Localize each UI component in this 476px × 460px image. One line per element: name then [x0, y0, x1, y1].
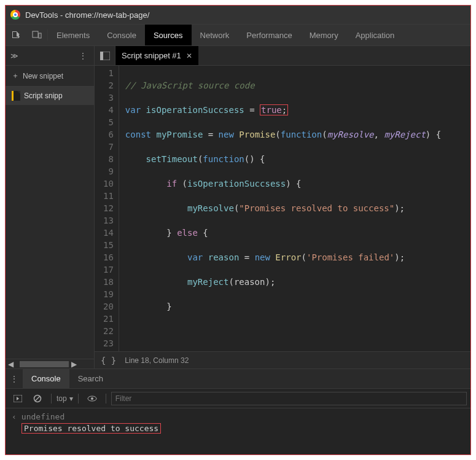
scroll-left-icon[interactable]: ◀	[6, 360, 16, 368]
code-editor[interactable]: 1234567891011121314151617181920212223242…	[95, 66, 470, 351]
tab-elements[interactable]: Elements	[48, 25, 98, 45]
toggle-navigator-icon[interactable]	[95, 46, 115, 65]
scroll-thumb[interactable]	[20, 361, 69, 367]
drawer-more-icon[interactable]: ⋮	[6, 369, 23, 388]
snippets-sidebar: ≫ ⋮ ＋ New snippet Script snipp ◀ ▶	[6, 46, 95, 368]
inspect-icon[interactable]	[6, 25, 26, 45]
window-title: DevTools - chrome://new-tab-page/	[25, 10, 149, 20]
context-selector[interactable]: top ▾	[57, 394, 73, 403]
new-snippet-label: New snippet	[23, 72, 63, 80]
main-tabstrip: Elements Console Sources Network Perform…	[6, 24, 470, 46]
snippet-file-icon	[12, 91, 20, 101]
expand-panes-icon[interactable]: ≫	[10, 52, 18, 60]
plus-icon: ＋	[12, 71, 19, 81]
window-titlebar: DevTools - chrome://new-tab-page/	[6, 6, 470, 24]
close-tab-icon[interactable]: ✕	[186, 52, 192, 60]
snippet-name: Script snipp	[24, 92, 63, 100]
console-output: Promises resolved to success	[21, 423, 161, 434]
cursor-position: Line 18, Column 32	[125, 356, 189, 365]
pretty-print-icon[interactable]: { }	[101, 356, 116, 365]
scroll-right-icon[interactable]: ▶	[69, 360, 79, 368]
more-icon[interactable]: ⋮	[74, 52, 92, 60]
svg-rect-3	[100, 52, 103, 60]
sidebar-toggle-icon[interactable]	[9, 395, 26, 402]
console-log[interactable]: ‹ undefined Promises resolved to success	[6, 408, 470, 437]
editor-tab-label: Script snippet #1	[122, 51, 181, 60]
tab-console[interactable]: Console	[98, 25, 145, 45]
clear-console-icon[interactable]	[29, 394, 46, 403]
svg-point-8	[91, 397, 93, 400]
chevron-down-icon: ▾	[69, 394, 73, 403]
device-toggle-icon[interactable]	[26, 25, 47, 45]
chrome-icon	[10, 10, 20, 20]
svg-line-6	[35, 396, 40, 401]
filter-input[interactable]	[111, 392, 467, 405]
editor-tab[interactable]: Script snippet #1 ✕	[115, 46, 198, 65]
context-label: top	[57, 394, 67, 403]
snippet-item[interactable]: Script snipp	[6, 87, 94, 105]
new-snippet-button[interactable]: ＋ New snippet	[6, 66, 94, 87]
console-drawer: ⋮ Console Search top ▾ ‹	[6, 368, 470, 454]
drawer-tab-console[interactable]: Console	[23, 369, 69, 388]
tab-sources[interactable]: Sources	[145, 25, 192, 45]
console-toolbar: top ▾	[6, 389, 470, 408]
tab-application[interactable]: Application	[347, 25, 404, 45]
svg-rect-1	[39, 33, 41, 38]
live-expression-icon[interactable]	[84, 396, 101, 402]
console-undefined: undefined	[21, 412, 64, 421]
svg-rect-0	[33, 31, 38, 37]
line-gutter: 1234567891011121314151617181920212223242…	[95, 66, 119, 351]
tab-performance[interactable]: Performance	[238, 25, 300, 45]
tab-network[interactable]: Network	[192, 25, 238, 45]
input-caret-icon: ‹	[12, 412, 17, 421]
drawer-tab-search[interactable]: Search	[69, 369, 112, 388]
sidebar-scrollbar[interactable]: ◀ ▶	[6, 359, 94, 368]
editor-status-bar: { } Line 18, Column 32	[95, 351, 470, 368]
tab-memory[interactable]: Memory	[301, 25, 347, 45]
code-content[interactable]: // JavaScript source code var isOperatio…	[119, 66, 470, 351]
